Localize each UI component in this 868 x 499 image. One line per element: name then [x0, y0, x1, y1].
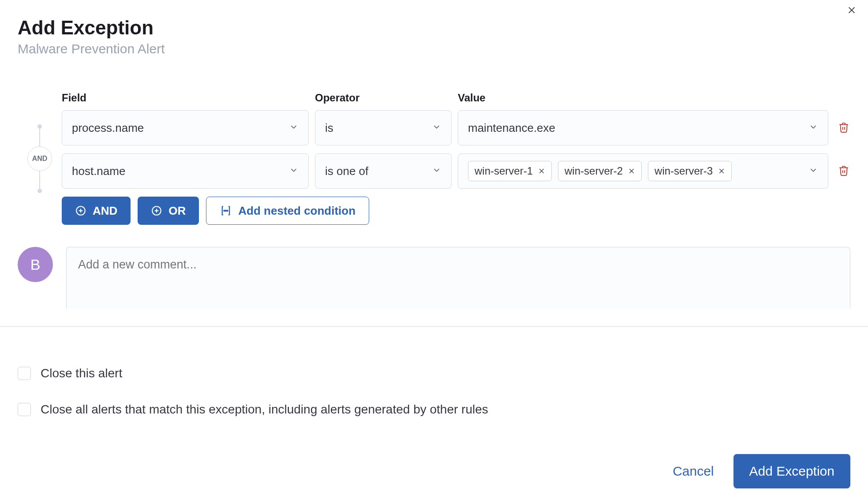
operator-select-value: is one of [325, 164, 368, 178]
operator-select[interactable]: is [315, 110, 452, 145]
condition-row: host.name is one of win-server-1 [62, 153, 850, 189]
add-or-label: OR [168, 204, 186, 218]
chevron-down-icon [808, 164, 818, 178]
label-value: Value [458, 92, 850, 104]
close-all-alerts-checkbox[interactable] [18, 403, 31, 416]
cancel-button[interactable]: Cancel [673, 464, 714, 479]
label-field: Field [62, 92, 309, 104]
label-operator: Operator [315, 92, 452, 104]
chevron-down-icon [432, 121, 441, 135]
field-select-value: process.name [72, 121, 144, 135]
svg-point-14 [224, 210, 225, 211]
remove-tag-icon[interactable] [718, 165, 725, 177]
chevron-down-icon [289, 121, 299, 135]
add-or-button[interactable]: OR [138, 197, 199, 225]
comment-input[interactable] [66, 247, 850, 309]
add-and-button[interactable]: AND [62, 197, 131, 225]
add-nested-button[interactable]: Add nested condition [206, 197, 369, 225]
value-tag-label: win-server-1 [475, 165, 533, 177]
value-select[interactable]: maintenance.exe [458, 110, 828, 145]
delete-row-button[interactable] [838, 122, 850, 134]
value-select-value: maintenance.exe [468, 121, 555, 135]
value-tag: win-server-2 [558, 161, 642, 181]
svg-point-16 [227, 210, 228, 211]
close-all-alerts-label: Close all alerts that match this excepti… [41, 402, 488, 417]
user-avatar: B [18, 247, 53, 282]
field-select-value: host.name [72, 164, 125, 178]
chevron-down-icon [289, 164, 299, 178]
close-this-alert-label: Close this alert [41, 366, 122, 380]
add-nested-label: Add nested condition [238, 204, 355, 218]
close-this-alert-checkbox[interactable] [18, 367, 31, 380]
svg-point-15 [225, 210, 226, 211]
logic-rail: AND [18, 92, 62, 193]
operator-select[interactable]: is one of [315, 153, 452, 189]
delete-row-button[interactable] [838, 165, 850, 177]
submit-button[interactable]: Add Exception [733, 454, 850, 488]
dialog-subtitle: Malware Prevention Alert [18, 41, 850, 56]
value-tag-label: win-server-3 [655, 165, 713, 177]
value-multiselect[interactable]: win-server-1 win-server-2 win-server-3 [458, 153, 828, 189]
and-badge: AND [27, 146, 52, 171]
remove-tag-icon[interactable] [538, 165, 545, 177]
value-tag: win-server-1 [468, 161, 552, 181]
add-and-label: AND [93, 204, 117, 218]
field-select[interactable]: host.name [62, 153, 309, 189]
operator-select-value: is [325, 121, 333, 135]
value-tag: win-server-3 [648, 161, 732, 181]
chevron-down-icon [432, 164, 441, 178]
dialog-title: Add Exception [18, 17, 850, 39]
close-icon[interactable] [847, 5, 860, 19]
chevron-down-icon [808, 121, 818, 135]
field-select[interactable]: process.name [62, 110, 309, 145]
condition-row: process.name is maintenance.exe [62, 110, 850, 145]
value-tag-label: win-server-2 [565, 165, 623, 177]
remove-tag-icon[interactable] [628, 165, 635, 177]
